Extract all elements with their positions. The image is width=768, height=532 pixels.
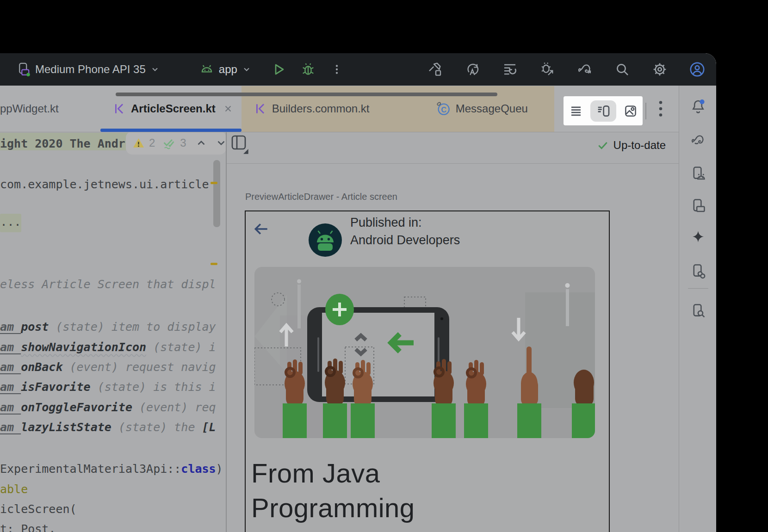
article-title: From Java Programming	[251, 456, 415, 525]
device-selector[interactable]: Medium Phone API 35	[17, 62, 160, 76]
view-mode-spotlight	[564, 96, 643, 125]
preview-toolbar: Up-to-date	[227, 132, 679, 164]
code-line[interactable]: t: Post,	[0, 521, 56, 532]
svg-text:C: C	[441, 105, 446, 114]
run-config-selector[interactable]: app	[199, 62, 251, 77]
code-segment: ...	[0, 215, 21, 229]
code-line[interactable]: am showNavigationIcon (state) i	[0, 340, 216, 355]
code-line[interactable]: ExperimentalMaterial3Api::class)	[0, 461, 223, 477]
back-arrow-icon[interactable]	[253, 221, 270, 237]
code-segment: ight 2020 The Andr	[0, 137, 125, 150]
run-config-label: app	[219, 63, 237, 76]
code-segment: [L	[202, 421, 216, 434]
preview-status-label: Up-to-date	[613, 139, 666, 152]
design-view-button[interactable]	[620, 100, 641, 122]
code-segment: am	[0, 380, 21, 394]
split-view-button[interactable]	[590, 100, 616, 122]
code-segment: class	[181, 462, 216, 476]
rerun-tasks-icon[interactable]	[502, 62, 518, 77]
apply-changes-icon[interactable]	[465, 62, 480, 77]
warning-stripe-mark[interactable]	[211, 182, 217, 184]
preview-layout-grid-icon[interactable]	[230, 134, 249, 155]
code-line[interactable]: am isFavorite (state) is this i	[0, 379, 216, 395]
android-head-icon	[199, 62, 214, 77]
tab-appwidget[interactable]: ppWidget.kt	[0, 86, 88, 132]
folded-region[interactable]: ...	[0, 214, 21, 232]
code-segment: lazyListState	[21, 421, 118, 434]
warning-icon	[132, 137, 145, 149]
article-hero-image	[254, 267, 595, 438]
code-segment: am	[0, 320, 21, 334]
chevron-down-icon	[150, 65, 160, 74]
code-segment: onToggleFavorite	[21, 401, 139, 414]
code-line[interactable]: am lazyListState (state) the [L	[0, 420, 216, 435]
code-view-button[interactable]	[565, 100, 587, 122]
warning-stripe-mark[interactable]	[211, 263, 217, 265]
preview-name-label[interactable]: PreviewArticleDrawer - Article screen	[245, 192, 397, 202]
attach-debugger-icon[interactable]	[539, 62, 555, 77]
code-segment: (state) is this i	[98, 380, 216, 394]
code-editor[interactable]: ight 2020 The Andrcom.example.jetnews.ui…	[0, 132, 227, 532]
run-button[interactable]	[271, 62, 286, 77]
code-segment: able	[0, 483, 28, 496]
tab-label: Builders.common.kt	[272, 102, 370, 115]
tab-label: ppWidget.kt	[0, 102, 59, 115]
code-segment: icleScreen(	[0, 502, 77, 516]
code-segment: post	[21, 320, 56, 334]
profile-avatar[interactable]	[689, 62, 705, 77]
debug-button[interactable]	[300, 62, 316, 77]
code-line[interactable]: able	[0, 482, 28, 497]
prev-issue-chevron-icon[interactable]	[195, 137, 207, 149]
editor-tab-bar: ppWidget.kt ArticleScreen.kt	[0, 86, 679, 132]
warning-count: 2	[149, 136, 155, 149]
code-segment: (state) i	[146, 340, 216, 354]
device-manager-icon[interactable]	[690, 166, 706, 181]
tab-messagequeue[interactable]: C MessageQueu	[423, 86, 554, 132]
code-segment: com.example.jetnews.ui.article	[0, 178, 209, 191]
code-line[interactable]: eless Article Screen that displ	[0, 277, 216, 292]
inspections-widget[interactable]: 2 3	[126, 132, 226, 155]
main-toolbar: Medium Phone API 35 app	[0, 53, 716, 86]
code-line[interactable]: am onToggleFavorite (event) req	[0, 400, 216, 415]
code-line[interactable]: icleScreen(	[0, 501, 77, 517]
code-segment: eless Article Screen that displ	[0, 278, 216, 291]
code-segment: )	[216, 462, 223, 476]
search-icon[interactable]	[614, 62, 630, 77]
code-line[interactable]: am post (state) item to display	[0, 319, 216, 335]
sidebar-divider	[688, 288, 708, 289]
code-segment: am	[0, 401, 21, 414]
more-actions-button[interactable]	[329, 62, 345, 77]
article-preview-card[interactable]: Published in: Android Developers	[245, 210, 610, 532]
highlighted-tabs-group: Builders.common.kt C MessageQueu	[242, 86, 554, 132]
check-icon	[597, 139, 609, 151]
kotlin-file-icon	[113, 103, 125, 115]
device-selector-label: Medium Phone API 35	[35, 63, 146, 76]
code-segment: (state) the	[118, 421, 202, 434]
java-class-icon: C	[436, 102, 450, 116]
notifications-bell-icon[interactable]	[690, 99, 706, 114]
tab-options-kebab-icon[interactable]	[654, 97, 667, 120]
code-line[interactable]: com.example.jetnews.ui.article	[0, 177, 209, 192]
preview-canvas[interactable]: PreviewArticleDrawer - Article screen	[227, 164, 679, 532]
device-icon	[17, 62, 31, 76]
article-title-line2: Programming	[251, 490, 415, 525]
next-issue-chevron-icon[interactable]	[215, 137, 226, 149]
tab-builders-common[interactable]: Builders.common.kt	[242, 86, 423, 132]
gradle-elephant-icon[interactable]	[690, 132, 706, 148]
settings-gear-icon[interactable]	[652, 62, 668, 77]
gradle-sync-icon[interactable]	[577, 62, 593, 77]
code-segment: (event) request navig	[70, 360, 216, 374]
device-mirroring-icon[interactable]	[690, 263, 706, 279]
gemini-sparkle-icon[interactable]	[690, 229, 706, 245]
close-icon[interactable]	[224, 105, 232, 113]
code-segment: ExperimentalMaterial3Api::	[0, 462, 181, 476]
app-inspection-icon[interactable]	[690, 303, 706, 319]
published-in-label: Published in:	[350, 214, 460, 231]
tab-articlescreen[interactable]: ArticleScreen.kt	[100, 86, 242, 132]
build-hammer-icon[interactable]	[427, 62, 443, 77]
editor-scrollbar[interactable]	[213, 160, 220, 227]
code-line[interactable]: am onBack (event) request navig	[0, 359, 216, 375]
code-line[interactable]: ight 2020 The Andr	[0, 136, 125, 152]
running-devices-icon[interactable]	[690, 198, 706, 214]
article-header: Published in: Android Developers	[246, 211, 609, 267]
